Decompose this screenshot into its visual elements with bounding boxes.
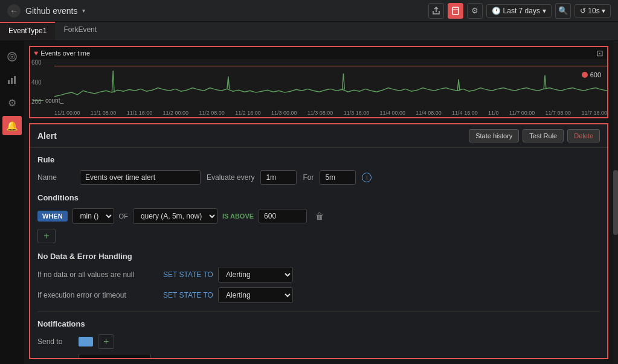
top-header: ← Github events ▾ ⚙ 🕐 Last 7 days ▾ 🔍 ↺ … [0,0,618,22]
refresh-button[interactable]: ↺ 10s ▾ [575,4,611,18]
chart-panel: ♥ Events over time ⊡ 600 400 200 600 [29,46,608,118]
delete-condition-button[interactable]: 🗑 [312,210,327,222]
sidebar-chart[interactable] [2,70,22,89]
x-label-10: 11/4 08:00 [416,110,442,116]
is-above-label: IS ABOVE [222,212,254,220]
execution-error-label: If execution error or timeout [37,291,158,299]
legend-line [33,100,43,101]
info-icon[interactable]: i [362,173,372,182]
message-label: Message [37,357,74,359]
conditions-title: Conditions [37,193,600,202]
no-data-title: No Data & Error Handling [37,252,600,261]
chart-title-inner: ♥ Events over time [34,49,90,57]
sidebar-settings[interactable]: ⚙ [2,93,22,112]
y-label-400: 400 [31,79,42,86]
when-badge: WHEN [37,211,68,222]
chart-legend: count_ [33,97,63,104]
dashboard-title: Github events [25,6,77,16]
name-input[interactable] [80,170,201,185]
x-label-13: 11/7 00:00 [509,110,535,116]
tab-eventtype1[interactable]: EventType1 [0,22,55,40]
x-label-2: 11/1 16:00 [127,110,153,116]
svg-rect-0 [452,7,459,14]
no-data-section: No Data & Error Handling If no data or a… [37,252,600,303]
chart-title: Events over time [40,49,90,57]
x-label-5: 11/2 16:00 [235,110,261,116]
no-data-row: If no data or all values are null SET ST… [37,267,600,283]
x-label-1: 11/1 08:00 [91,110,117,116]
send-to-label: Send to [37,337,74,346]
share-icon-btn[interactable] [428,3,444,19]
refresh-icon: ↺ [580,7,586,15]
alert-panel: Alert State history Test Rule Delete Rul… [29,123,608,359]
notifications-title: Notifications [37,319,600,328]
time-range-caret: ▾ [542,7,546,15]
chart-svg [54,59,607,105]
execution-error-state-select[interactable]: Alerting Keep Last State [218,287,293,303]
tabs-row: EventType1 ForkEvent [0,22,618,41]
for-label: For [303,173,314,182]
legend-label: count_ [45,97,63,104]
condition-row-1: WHEN min () OF query (A, 5m, now) IS ABO… [37,208,600,224]
delete-button[interactable]: Delete [567,129,600,142]
time-range-label: Last 7 days [503,7,540,15]
settings-icon-btn[interactable]: ⚙ [467,3,483,19]
for-input[interactable] [320,170,356,185]
left-sidebar: ⚙ 🔔 [0,41,24,364]
when-func-select[interactable]: min () [72,208,114,224]
svg-point-3 [11,56,13,58]
x-label-12: 11/0 [488,110,499,116]
state-history-button[interactable]: State history [469,129,519,142]
x-label-11: 11/4 16:00 [452,110,478,116]
set-state-to-label-1: SET STATE TO [163,270,213,279]
y-label-600: 600 [31,59,42,66]
search-button[interactable]: 🔍 [555,3,571,19]
right-scrollbar[interactable] [613,41,618,364]
title-caret[interactable]: ▾ [82,7,85,14]
name-label: Name [37,173,74,182]
svg-rect-4 [8,80,10,84]
x-label-7: 11/3 08:00 [307,110,333,116]
execution-error-row: If execution error or timeout SET STATE … [37,287,600,303]
message-row: Message [37,354,600,359]
no-data-state-select[interactable]: Alerting No Data Keep Last State OK [218,267,293,283]
alert-body: Rule Name Evaluate every For i Condition… [30,148,607,359]
chart-expand-button[interactable]: ⊡ [596,48,604,58]
rule-section-title: Rule [37,155,600,164]
send-to-row: Send to + [37,334,600,349]
test-rule-button[interactable]: Test Rule [523,129,564,142]
x-label-14: 11/7 08:00 [546,110,571,116]
bookmark-icon-btn[interactable] [448,3,463,19]
query-select[interactable]: query (A, 5m, now) [133,208,217,224]
message-input[interactable] [79,354,151,359]
x-label-3: 11/2 00:00 [163,110,188,116]
svg-rect-5 [11,78,13,84]
content-area: ♥ Events over time ⊡ 600 400 200 600 [24,41,613,364]
tab-forkevent[interactable]: ForkEvent [55,22,105,40]
conditions-section: Conditions WHEN min () OF query (A, 5m, … [37,193,600,243]
sidebar-bell[interactable]: 🔔 [2,116,22,135]
heart-icon: ♥ [34,49,38,57]
add-notification-button[interactable]: + [98,334,114,349]
notifications-section: Notifications Send to + Message [37,311,600,359]
x-label-15: 11/7 16:00 [581,110,607,116]
header-left: ← Github events ▾ [7,4,85,18]
svg-rect-6 [14,76,16,84]
evaluate-every-input[interactable] [260,170,297,185]
back-button[interactable]: ← [7,4,21,18]
x-label-9: 11/4 00:00 [379,110,405,116]
set-state-to-label-2: SET STATE TO [163,291,213,299]
time-range-button[interactable]: 🕐 Last 7 days ▾ [486,4,552,18]
alert-title: Alert [37,131,57,141]
threshold-input[interactable] [259,209,307,223]
no-data-label: If no data or all values are null [37,270,158,279]
x-label-0: 11/1 00:00 [54,110,80,116]
sidebar-layers[interactable] [2,47,22,66]
x-label-4: 11/2 08:00 [199,110,225,116]
chart-x-labels: 11/1 00:00 11/1 08:00 11/1 16:00 11/2 00… [54,110,607,116]
alert-panel-header: Alert State history Test Rule Delete [30,124,607,148]
add-condition-button[interactable]: + [37,229,56,243]
refresh-interval: 10s [588,7,599,15]
scrollbar-thumb[interactable] [613,170,618,235]
chart-title-bar: ♥ Events over time ⊡ [30,47,607,59]
